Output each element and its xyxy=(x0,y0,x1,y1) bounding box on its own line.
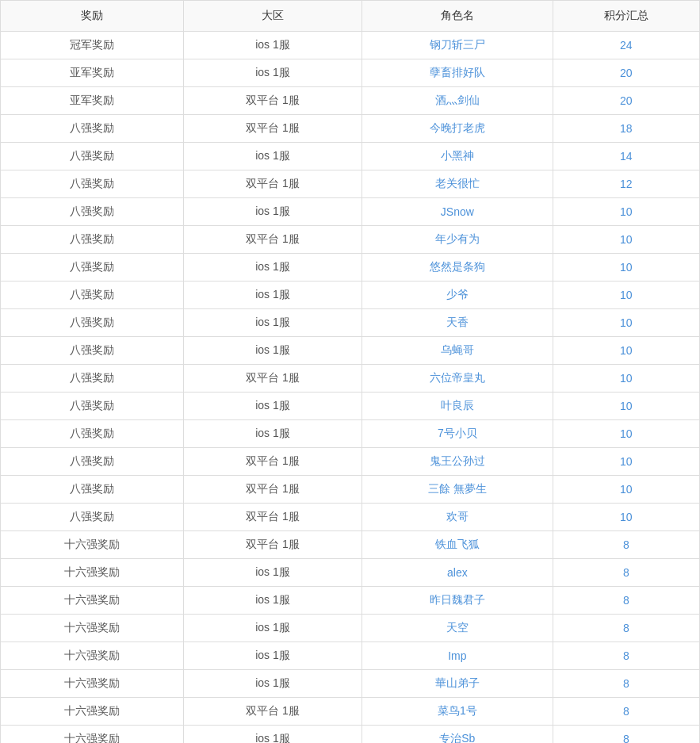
cell-award: 八强奖励 xyxy=(1,309,184,337)
cell-award: 八强奖励 xyxy=(1,365,184,393)
cell-award: 八强奖励 xyxy=(1,393,184,420)
table-row: 十六强奖励ios 1服alex8 xyxy=(1,559,700,587)
cell-name: 少爷 xyxy=(361,281,553,309)
cell-score: 10 xyxy=(553,226,699,254)
cell-award: 八强奖励 xyxy=(1,115,184,143)
cell-region: ios 1服 xyxy=(183,59,361,87)
table-row: 八强奖励ios 1服7号小贝10 xyxy=(1,420,700,448)
table-row: 八强奖励双平台 1服六位帝皇丸10 xyxy=(1,365,700,393)
cell-score: 8 xyxy=(553,587,699,615)
cell-name: alex xyxy=(361,559,553,587)
cell-region: ios 1服 xyxy=(183,587,361,615)
table-row: 八强奖励双平台 1服老关很忙12 xyxy=(1,170,700,198)
table-row: 十六强奖励ios 1服昨日魏君子8 xyxy=(1,587,700,615)
table-row: 十六强奖励ios 1服Imp8 xyxy=(1,642,700,670)
cell-award: 十六强奖励 xyxy=(1,642,184,670)
cell-name: 钢刀斩三尸 xyxy=(361,32,553,59)
cell-award: 八强奖励 xyxy=(1,337,184,365)
cell-score: 8 xyxy=(553,615,699,642)
cell-award: 十六强奖励 xyxy=(1,670,184,698)
table-row: 亚军奖励双平台 1服酒灬剑仙20 xyxy=(1,87,700,115)
table-row: 八强奖励ios 1服小黑神14 xyxy=(1,143,700,170)
cell-score: 12 xyxy=(553,170,699,198)
cell-score: 8 xyxy=(553,559,699,587)
cell-name: 華山弟子 xyxy=(361,670,553,698)
cell-name: 孽畜排好队 xyxy=(361,59,553,87)
cell-award: 八强奖励 xyxy=(1,504,184,531)
cell-region: ios 1服 xyxy=(183,337,361,365)
cell-score: 24 xyxy=(553,32,699,59)
cell-name: 天空 xyxy=(361,615,553,642)
cell-score: 8 xyxy=(553,698,699,726)
cell-award: 八强奖励 xyxy=(1,420,184,448)
cell-name: JSnow xyxy=(361,198,553,226)
cell-region: ios 1服 xyxy=(183,559,361,587)
cell-award: 十六强奖励 xyxy=(1,698,184,726)
cell-award: 八强奖励 xyxy=(1,254,184,281)
cell-award: 十六强奖励 xyxy=(1,531,184,559)
cell-award: 八强奖励 xyxy=(1,448,184,476)
table-row: 八强奖励ios 1服悠然是条狗10 xyxy=(1,254,700,281)
cell-region: ios 1服 xyxy=(183,32,361,59)
cell-score: 10 xyxy=(553,504,699,531)
cell-name: 铁血飞狐 xyxy=(361,531,553,559)
table-row: 十六强奖励ios 1服華山弟子8 xyxy=(1,670,700,698)
cell-name: Imp xyxy=(361,642,553,670)
table-row: 亚军奖励ios 1服孽畜排好队20 xyxy=(1,59,700,87)
cell-name: 天香 xyxy=(361,309,553,337)
cell-region: 双平台 1服 xyxy=(183,698,361,726)
cell-region: 双平台 1服 xyxy=(183,448,361,476)
cell-name: 六位帝皇丸 xyxy=(361,365,553,393)
cell-region: 双平台 1服 xyxy=(183,87,361,115)
table-row: 八强奖励ios 1服少爷10 xyxy=(1,281,700,309)
cell-region: ios 1服 xyxy=(183,281,361,309)
cell-award: 十六强奖励 xyxy=(1,559,184,587)
cell-region: ios 1服 xyxy=(183,420,361,448)
table-row: 八强奖励双平台 1服年少有为10 xyxy=(1,226,700,254)
cell-score: 10 xyxy=(553,337,699,365)
cell-score: 20 xyxy=(553,87,699,115)
table-row: 十六强奖励双平台 1服铁血飞狐8 xyxy=(1,531,700,559)
cell-score: 10 xyxy=(553,448,699,476)
cell-name: 7号小贝 xyxy=(361,420,553,448)
cell-award: 亚军奖励 xyxy=(1,87,184,115)
cell-region: 双平台 1服 xyxy=(183,226,361,254)
cell-region: ios 1服 xyxy=(183,198,361,226)
cell-region: ios 1服 xyxy=(183,670,361,698)
cell-name: 悠然是条狗 xyxy=(361,254,553,281)
table-row: 八强奖励ios 1服乌蝇哥10 xyxy=(1,337,700,365)
cell-score: 8 xyxy=(553,726,699,744)
cell-region: ios 1服 xyxy=(183,309,361,337)
cell-score: 18 xyxy=(553,115,699,143)
cell-award: 八强奖励 xyxy=(1,143,184,170)
cell-score: 10 xyxy=(553,309,699,337)
cell-name: 鬼王公孙过 xyxy=(361,448,553,476)
table-row: 八强奖励ios 1服叶良辰10 xyxy=(1,393,700,420)
cell-score: 10 xyxy=(553,365,699,393)
table-row: 十六强奖励ios 1服天空8 xyxy=(1,615,700,642)
cell-score: 10 xyxy=(553,420,699,448)
cell-name: 今晚打老虎 xyxy=(361,115,553,143)
table-header-row: 奖励 大区 角色名 积分汇总 xyxy=(1,1,700,32)
cell-region: 双平台 1服 xyxy=(183,476,361,504)
cell-name: 欢哥 xyxy=(361,504,553,531)
cell-score: 8 xyxy=(553,531,699,559)
cell-region: 双平台 1服 xyxy=(183,365,361,393)
cell-name: 酒灬剑仙 xyxy=(361,87,553,115)
cell-score: 14 xyxy=(553,143,699,170)
cell-name: 专治Sb xyxy=(361,726,553,744)
cell-score: 10 xyxy=(553,254,699,281)
cell-score: 10 xyxy=(553,476,699,504)
table-row: 十六强奖励ios 1服专治Sb8 xyxy=(1,726,700,744)
table-row: 八强奖励ios 1服天香10 xyxy=(1,309,700,337)
table-row: 十六强奖励双平台 1服菜鸟1号8 xyxy=(1,698,700,726)
table-row: 八强奖励双平台 1服鬼王公孙过10 xyxy=(1,448,700,476)
cell-region: ios 1服 xyxy=(183,393,361,420)
header-score: 积分汇总 xyxy=(553,1,699,32)
cell-name: 乌蝇哥 xyxy=(361,337,553,365)
cell-score: 10 xyxy=(553,198,699,226)
cell-region: 双平台 1服 xyxy=(183,170,361,198)
cell-name: 昨日魏君子 xyxy=(361,587,553,615)
cell-region: ios 1服 xyxy=(183,726,361,744)
table-row: 冠军奖励ios 1服钢刀斩三尸24 xyxy=(1,32,700,59)
